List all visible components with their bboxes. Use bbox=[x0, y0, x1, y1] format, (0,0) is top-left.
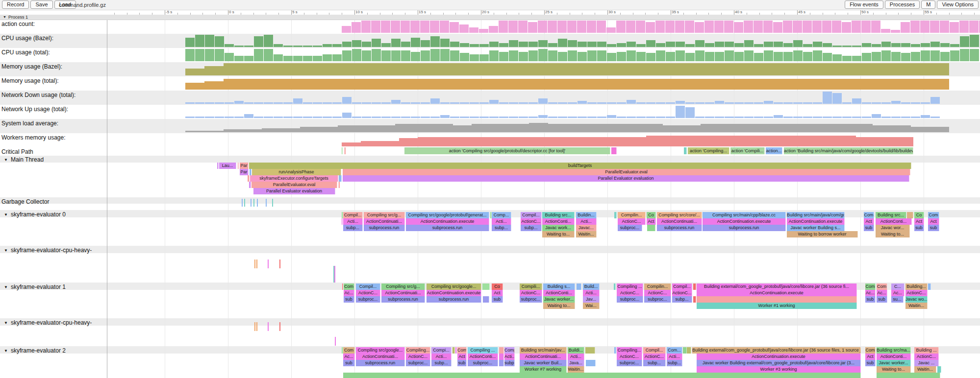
trace-event-box[interactable]: ActionConti... bbox=[877, 354, 911, 360]
trace-event-box[interactable]: Javac worker Buil... bbox=[520, 360, 567, 366]
trace-event-box[interactable]: Worker #7 working bbox=[520, 366, 567, 373]
trace-event-box[interactable]: Co bbox=[914, 212, 924, 218]
trace-event-box[interactable]: Building src/main/jav... bbox=[520, 347, 567, 354]
trace-event-box[interactable]: Javac ... bbox=[914, 360, 939, 366]
trace-event-box[interactable]: subprocess.run bbox=[427, 296, 481, 303]
trace-event-box[interactable]: Building src/main/java/com/go... bbox=[787, 212, 845, 218]
collapse-arrow-icon[interactable]: ▼ bbox=[4, 285, 8, 289]
trace-event-box[interactable]: Javac worker... bbox=[877, 360, 911, 366]
trace-event-box[interactable]: action 'Compili... bbox=[730, 147, 765, 154]
trace-event-box[interactable] bbox=[250, 169, 251, 175]
trace-event-box[interactable]: Building external/com_google_protobuf/ja… bbox=[692, 347, 861, 354]
trace-event-box[interactable]: Javac... bbox=[576, 225, 597, 231]
trace-event-box[interactable] bbox=[499, 360, 504, 366]
trace-event-box[interactable]: Ac... bbox=[891, 290, 905, 296]
trace-event-box[interactable] bbox=[693, 284, 696, 290]
trace-event-box[interactable]: Com... bbox=[667, 347, 682, 354]
trace-event-box[interactable]: subp... bbox=[492, 225, 511, 231]
trace-event-box[interactable]: action... bbox=[766, 147, 782, 154]
trace-event-box[interactable]: Javac work... bbox=[542, 225, 575, 231]
trace-event-box[interactable]: Compil... bbox=[504, 347, 515, 354]
trace-event-box[interactable]: sub bbox=[928, 225, 939, 231]
trace-event-box[interactable] bbox=[611, 147, 617, 154]
trace-event-box[interactable]: Co bbox=[492, 284, 503, 290]
counter-memory-usage-total[interactable] bbox=[0, 76, 980, 91]
trace-event-box[interactable] bbox=[684, 147, 687, 154]
counter-memory-usage-bazel[interactable] bbox=[0, 62, 980, 76]
trace-event-box[interactable]: Waitin... bbox=[914, 366, 936, 373]
trace-event-box[interactable]: Worker #1 working bbox=[697, 303, 857, 309]
trace-event-box[interactable]: Act bbox=[492, 290, 503, 296]
thread-label-skyframe-evaluator-cpu-heavy-[interactable]: ▼skyframe-evaluator-cpu-heavy- bbox=[4, 319, 92, 326]
trace-event-box[interactable]: Com bbox=[865, 284, 876, 290]
trace-event-box[interactable]: subprocess.run bbox=[406, 225, 489, 231]
trace-event-box[interactable]: Wai... bbox=[583, 303, 600, 309]
counter-network-up-usage[interactable] bbox=[0, 105, 980, 119]
trace-event-box[interactable]: ActionContinuati... bbox=[356, 354, 405, 360]
trace-event-box[interactable]: subp... bbox=[672, 296, 692, 303]
trace-event-box[interactable]: ActionC... bbox=[520, 290, 542, 296]
trace-event-box[interactable]: ActionC... bbox=[905, 290, 928, 296]
processes-button[interactable]: Processes bbox=[885, 0, 920, 9]
trace-event-box[interactable]: sub bbox=[865, 296, 876, 303]
trace-event-box[interactable]: subproc... bbox=[617, 296, 643, 303]
trace-event-box[interactable]: Compiling src/google/protobuf/generat... bbox=[406, 212, 489, 218]
trace-event-box[interactable]: Building src... bbox=[542, 212, 575, 218]
trace-event-box[interactable] bbox=[499, 354, 504, 360]
trace-event-box[interactable]: sub bbox=[865, 360, 876, 366]
trace-event-box[interactable]: sub bbox=[344, 296, 354, 303]
trace-event-box[interactable]: Acti... bbox=[343, 218, 363, 225]
trace-event-box[interactable] bbox=[585, 347, 595, 354]
trace-event-box[interactable]: Compiling... bbox=[406, 347, 430, 354]
trace-event-box[interactable]: ActionC... bbox=[914, 354, 939, 360]
process-header[interactable]: ▼ Process 1 bbox=[0, 15, 980, 20]
trace-event-box[interactable]: ActionConti... bbox=[876, 218, 912, 225]
trace-event-box[interactable]: ParallelEvaluator.eval bbox=[251, 182, 337, 188]
trace-event-box[interactable]: Compil... bbox=[643, 347, 666, 354]
trace-event-box[interactable]: Lau... bbox=[219, 163, 236, 169]
trace-event-box[interactable]: sub bbox=[864, 225, 874, 231]
trace-event-box[interactable]: action 'Building src/main/java/com/googl… bbox=[784, 147, 913, 154]
trace-event-box[interactable]: Javac worker... bbox=[543, 296, 575, 303]
trace-event-box[interactable]: ActionContinuati... bbox=[520, 354, 567, 360]
counter-workers-memory-usage[interactable] bbox=[0, 133, 980, 147]
collapse-arrow-icon[interactable]: ▼ bbox=[3, 15, 6, 20]
trace-event-box[interactable] bbox=[339, 182, 340, 188]
trace-event-box[interactable] bbox=[614, 347, 616, 354]
trace-event-box[interactable]: ActionC... bbox=[406, 354, 430, 360]
trace-event-box[interactable]: Building s... bbox=[543, 284, 575, 290]
trace-event-box[interactable]: skyframeExecutor.configureTargets bbox=[250, 175, 338, 182]
trace-event-box[interactable]: runAnalysisPhase bbox=[252, 169, 341, 175]
trace-event-box[interactable]: Act bbox=[864, 218, 874, 225]
trace-event-box[interactable]: Com bbox=[877, 284, 887, 290]
trace-event-box[interactable]: Waitin... bbox=[576, 231, 597, 237]
trace-event-box[interactable]: Ac... bbox=[344, 290, 354, 296]
trace-event-box[interactable]: ActionC... bbox=[356, 290, 380, 296]
trace-event-box[interactable]: subprocess.run bbox=[657, 225, 702, 231]
trace-event-box[interactable]: ActionConti... bbox=[543, 290, 575, 296]
trace-event-box[interactable]: subproc... bbox=[644, 296, 671, 303]
trace-event-box[interactable]: Acti... bbox=[583, 290, 600, 296]
timeline-ruler[interactable]: -5 s0 s5 s10 s15 s20 s25 s30 s35 s40 s45… bbox=[107, 10, 980, 15]
flow-events-button[interactable]: Flow events bbox=[845, 0, 883, 9]
trace-event-box[interactable]: ActionContinuation.execute bbox=[406, 218, 489, 225]
trace-event-box[interactable]: Jav... bbox=[583, 296, 600, 303]
trace-event-box[interactable]: Building src/ma... bbox=[877, 347, 911, 354]
trace-event-box[interactable]: Building src... bbox=[876, 212, 906, 218]
collapse-arrow-icon[interactable]: ▼ bbox=[4, 349, 8, 353]
trace-event-box[interactable]: subp... bbox=[431, 360, 452, 366]
trace-event-box[interactable]: sub bbox=[457, 360, 467, 366]
trace-event-box[interactable]: Buildin... bbox=[576, 212, 597, 218]
counter-cpu-usage-bazel[interactable] bbox=[0, 34, 980, 48]
trace-event-box[interactable]: subprocess.run bbox=[381, 296, 425, 303]
trace-event-box[interactable]: ActionContinuation.execute bbox=[427, 290, 481, 296]
trace-event-box[interactable]: Compil... bbox=[672, 284, 692, 290]
trace-event-box[interactable]: Compil... bbox=[343, 212, 363, 218]
trace-event-box[interactable]: Acti... bbox=[504, 354, 515, 360]
trace-event-box[interactable]: Com bbox=[864, 212, 874, 218]
trace-event-box[interactable]: Compiling... bbox=[617, 347, 642, 354]
trace-event-box[interactable]: ActionContinuation.execute bbox=[703, 218, 786, 225]
trace-event-box[interactable]: Build... bbox=[583, 284, 600, 290]
trace-event-box[interactable]: C... bbox=[891, 284, 905, 290]
trace-event-box[interactable]: subproc... bbox=[617, 360, 642, 366]
